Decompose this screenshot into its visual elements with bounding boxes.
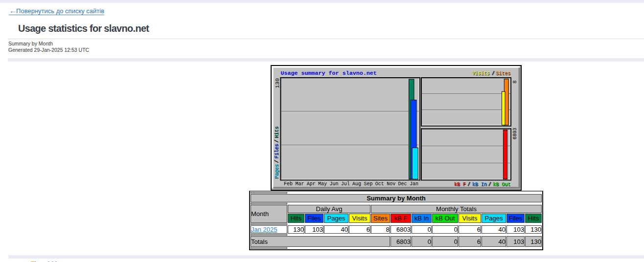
- svg-text:Oct: Oct: [375, 181, 384, 187]
- svg-text:Jul: Jul: [341, 181, 350, 187]
- svg-text:Files: Files: [274, 143, 279, 158]
- svg-text:/: /: [274, 160, 279, 163]
- svg-text:/: /: [274, 139, 279, 142]
- svg-text:Jun: Jun: [329, 181, 338, 187]
- svg-text:/: /: [492, 71, 495, 76]
- svg-text:Hits: Hits: [274, 126, 279, 138]
- svg-text:Feb: Feb: [284, 181, 293, 187]
- svg-text:Sep: Sep: [364, 181, 373, 187]
- svg-text:/: /: [467, 182, 470, 187]
- svg-text:Mar: Mar: [295, 181, 304, 187]
- svg-text:Dec: Dec: [398, 181, 407, 187]
- svg-text:Jan: Jan: [410, 181, 418, 187]
- svg-text:kB Out: kB Out: [493, 182, 510, 187]
- svg-text:Sites: Sites: [496, 71, 510, 76]
- svg-text:kB In: kB In: [472, 182, 487, 187]
- svg-text:/: /: [488, 182, 491, 187]
- svg-text:Nov: Nov: [387, 181, 395, 187]
- svg-text:8: 8: [512, 80, 518, 84]
- svg-text:Pages: Pages: [274, 164, 279, 178]
- svg-text:Aug: Aug: [352, 181, 361, 187]
- svg-text:kB F: kB F: [454, 182, 466, 187]
- svg-text:May: May: [318, 181, 327, 187]
- svg-text:Apr: Apr: [307, 181, 316, 187]
- svg-text:Visits: Visits: [472, 71, 490, 76]
- svg-text:Usage summary for slavno.net: Usage summary for slavno.net: [280, 70, 376, 77]
- svg-text:130: 130: [274, 78, 280, 88]
- svg-text:6803: 6803: [512, 128, 518, 139]
